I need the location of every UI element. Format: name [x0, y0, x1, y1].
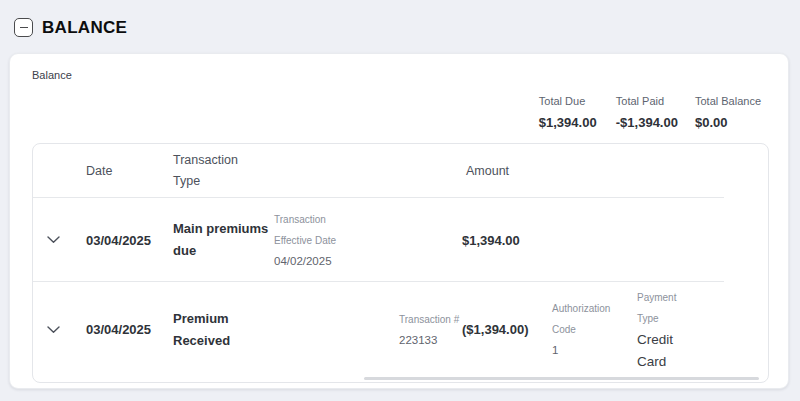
total-due: Total Due $1,394.00 — [539, 94, 599, 130]
transaction-number-field: Transaction # 223133 — [393, 309, 458, 351]
transaction-date: 03/04/2025 — [73, 322, 163, 337]
chevron-down-icon — [47, 326, 60, 334]
balance-card: Balance Total Due $1,394.00 Total Paid -… — [9, 53, 789, 389]
table-row[interactable]: 03/04/2025 Premium Received Transaction … — [33, 282, 768, 377]
field-label: Payment Type — [637, 287, 695, 329]
total-paid-value: -$1,394.00 — [616, 115, 678, 130]
authorization-code-field: Authorization Code 1 — [546, 298, 631, 361]
transaction-effective-date-field: Transaction Effective Date 04/02/2025 — [268, 209, 393, 272]
total-balance-value: $0.00 — [695, 115, 761, 130]
total-due-value: $1,394.00 — [539, 115, 599, 130]
total-balance: Total Balance $0.00 — [695, 94, 761, 130]
column-header-date: Date — [73, 161, 163, 182]
expand-row-button[interactable] — [33, 326, 73, 334]
field-value: 04/02/2025 — [274, 251, 393, 272]
column-header-transaction-type: Transaction Type — [163, 150, 253, 192]
section-header: BALANCE — [0, 0, 800, 44]
field-label: Authorization Code — [552, 298, 632, 340]
table-row[interactable]: 03/04/2025 Main premiums due Transaction… — [33, 198, 768, 282]
chevron-down-icon — [47, 236, 60, 244]
field-label: Transaction Effective Date — [274, 209, 359, 251]
total-paid-label: Total Paid — [616, 94, 678, 108]
collapse-section-button[interactable] — [14, 18, 33, 37]
transaction-type: Main premiums due — [163, 218, 269, 262]
field-value: 1 — [552, 340, 631, 361]
field-value: Credit Card — [637, 329, 695, 373]
totals-summary: Total Due $1,394.00 Total Paid -$1,394.0… — [23, 94, 775, 130]
table-header-row: Date Transaction Type Amount — [33, 144, 768, 198]
field-value: 223133 — [399, 330, 458, 351]
transaction-type: Premium Received — [163, 308, 269, 352]
column-header-amount: Amount — [458, 161, 546, 182]
transaction-date: 03/04/2025 — [73, 233, 163, 248]
transaction-amount: $1,394.00 — [458, 233, 546, 248]
payment-type-field: Payment Type Credit Card — [631, 287, 751, 373]
transactions-table: Date Transaction Type Amount 03/04/2025 … — [32, 143, 769, 383]
total-due-label: Total Due — [539, 94, 599, 108]
transaction-amount: ($1,394.00) — [458, 322, 546, 337]
total-balance-label: Total Balance — [695, 94, 761, 108]
horizontal-scrollbar[interactable] — [35, 376, 766, 381]
minus-icon — [20, 27, 28, 29]
horizontal-scrollbar-thumb[interactable] — [364, 377, 759, 380]
total-paid: Total Paid -$1,394.00 — [616, 94, 678, 130]
expand-row-button[interactable] — [33, 236, 73, 244]
section-title: BALANCE — [42, 18, 127, 38]
card-label: Balance — [23, 63, 775, 81]
